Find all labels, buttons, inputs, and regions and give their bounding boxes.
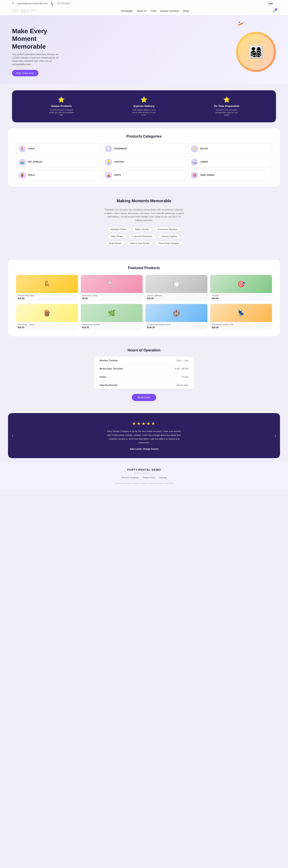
tag-backdrops[interactable]: Customized Backdrops: [129, 234, 156, 239]
hero-decoration-icon: 🏏: [237, 21, 245, 28]
product-name-4: Giant Jenga - 110cm: [17, 323, 76, 326]
category-decor[interactable]: ✨ DECOR: [188, 143, 272, 154]
book-order-button[interactable]: Book Order: [132, 394, 156, 401]
nav-about[interactable]: About Us: [137, 10, 146, 12]
hero-image: 👨‍👩‍👧‍👦: [236, 32, 276, 72]
tag-baby-shower[interactable]: Baby Shower: [108, 234, 126, 239]
product-name-6: Orange Castle Bounce House: [147, 323, 206, 326]
category-icon-tents: ⛺: [105, 172, 112, 179]
category-yard-games[interactable]: 🎯 YARD GAMES: [188, 170, 272, 181]
nav-blogs[interactable]: Blogs: [183, 10, 189, 12]
hours-day-0: Monday, Tuesday: [100, 359, 118, 362]
product-img-6: 🏰: [145, 304, 207, 322]
product-price-7: $25.00: [212, 326, 271, 329]
hero-headline: Make Every Moment Memorable: [12, 27, 68, 50]
tag-theme[interactable]: Theme Party Packages: [155, 241, 183, 246]
testimonial-prev-button[interactable]: ‹: [12, 433, 13, 438]
product-card-0[interactable]: 🪑 6 Round Wood Table $18.00: [16, 275, 78, 301]
moments-title: Making Moments Memorable: [12, 198, 276, 203]
tag-catering[interactable]: Catering Supplies: [158, 234, 180, 239]
category-label-inflatables: INFLATABLES: [28, 161, 42, 163]
category-inflatables[interactable]: 🏊 INFLATABLES: [16, 157, 100, 167]
nav-homepage[interactable]: Homepage: [121, 10, 133, 12]
product-card-7[interactable]: 💺 Oval Shaped Garden Chair $25.00: [210, 304, 272, 330]
category-icon-lighting: 💡: [105, 158, 112, 165]
product-info-1: Burnt Rose Cutlery $6.90: [81, 293, 143, 301]
tag-balloon[interactable]: Balloon Archies: [132, 227, 152, 232]
product-card-1[interactable]: 🥄 Burnt Rose Cutlery $6.90: [81, 275, 143, 301]
product-info-7: Oval Shaped Garden Chair $25.00: [210, 322, 272, 330]
product-info-6: Orange Castle Bounce House $290.00: [145, 322, 207, 330]
categories-grid: 🪑 CHAIR 🍽️ CHINAWARE ✨ DECOR 🏊 INFLATABL…: [16, 143, 272, 181]
hours-row-3: Saturday/Sunday Return Only: [94, 381, 194, 389]
footer-sub: PARTY RENTALS: [12, 472, 276, 474]
category-chair[interactable]: 🪑 CHAIR: [16, 143, 100, 154]
testimonial-author: John Lewis, Orange Events: [20, 448, 268, 450]
feature-express-title: Express Delivery: [131, 104, 157, 107]
product-card-6[interactable]: 🏰 Orange Castle Bounce House $290.00: [145, 304, 207, 330]
nav-bar: PARTY RENTAL DEMO PARTY RENTALS Homepage…: [0, 7, 288, 15]
moments-section: Making Moments Memorable Transform any o…: [0, 191, 288, 256]
moments-subtitle: Transform any occasion into something ex…: [104, 208, 184, 222]
product-info-3: Cornhole $40.00: [210, 293, 272, 301]
product-card-4[interactable]: 🪵 Giant Jenga - 110cm $30.00: [16, 304, 78, 330]
hours-row-0: Monday, Tuesday 9 am - 4 pm: [94, 356, 194, 365]
login-button[interactable]: Login: [264, 1, 276, 6]
email-text: support@partyrentalstudio.com: [17, 2, 47, 5]
category-icon-yard-games: 🎯: [191, 172, 198, 179]
hours-time-3: Return Only: [177, 384, 188, 386]
top-bar-right: Login: [264, 1, 276, 6]
category-icon-table: 🪵: [19, 172, 26, 179]
product-price-4: $30.00: [17, 326, 76, 329]
category-label-chinaware: CHINAWARE: [114, 148, 127, 150]
tag-concession[interactable]: Concession Machines: [154, 227, 181, 232]
product-name-3: Cornhole: [212, 294, 271, 297]
feature-unique-desc: Curated collection of elegant rentals yo…: [48, 109, 74, 116]
footer: PARTY RENTAL DEMO PARTY RENTALS Terms & …: [0, 462, 288, 490]
hours-day-3: Saturday/Sunday: [100, 384, 118, 386]
product-img-7: 💺: [210, 304, 272, 322]
product-info-5: Hanging Plant Baskets $24.00: [81, 322, 143, 330]
testimonial-next-button[interactable]: ›: [275, 433, 276, 438]
product-name-1: Burnt Rose Cutlery: [82, 294, 141, 297]
category-chinaware[interactable]: 🍽️ CHINAWARE: [102, 143, 186, 154]
hours-table: Monday, Tuesday 9 am - 4 pm Wednesday, T…: [94, 356, 194, 389]
footer-link-privacy[interactable]: Privacy Policy: [143, 476, 155, 479]
tag-bridal[interactable]: Bridal Shower: [106, 241, 125, 246]
category-icon-decor: ✨: [191, 145, 198, 152]
tag-kids-adult[interactable]: Kids/Adult Parties: [107, 227, 130, 232]
hero-cta-button[interactable]: Book Online Now!: [12, 70, 38, 76]
category-lighting[interactable]: 💡 LIGHTING: [102, 157, 186, 167]
category-label-tents: TENTS: [114, 174, 121, 176]
hours-section: Hours of Operation Monday, Tuesday 9 am …: [0, 340, 288, 409]
top-bar-left: ✉ support@partyrentalstudio.com 📞 737.37…: [12, 2, 70, 5]
footer-link-sitemap[interactable]: Sitemap: [159, 476, 167, 479]
features-section: ⭐ Unique Products Curated collection of …: [12, 90, 276, 122]
phone-text: 737.376.2510: [57, 2, 70, 5]
category-label-linens: LINENS: [200, 161, 208, 163]
product-card-3[interactable]: 🎯 Cornhole $40.00: [210, 275, 272, 301]
phone-icon: 📞: [51, 2, 53, 5]
product-img-5: 🌿: [81, 304, 143, 322]
cart-icon[interactable]: 🛒 0: [272, 9, 276, 13]
product-name-7: Oval Shaped Garden Chair: [212, 323, 271, 326]
hours-time-1: 9 am - NOON: [175, 367, 188, 370]
hours-row-1: Wednesday, Thursday 9 am - NOON: [94, 365, 194, 373]
footer-link-terms[interactable]: Terms & Conditions: [121, 476, 139, 479]
product-card-5[interactable]: 🌿 Hanging Plant Baskets $24.00: [81, 304, 143, 330]
tag-table-chair[interactable]: Table & Chair Rentals: [127, 241, 153, 246]
category-table[interactable]: 🪵 TABLE: [16, 170, 100, 181]
nav-browse[interactable]: Browse Inventory: [160, 10, 179, 12]
product-info-0: 6 Round Wood Table $18.00: [16, 293, 78, 301]
hours-time-2: Closed: [182, 376, 188, 378]
product-card-2[interactable]: 🍽️ Ceramic Tableware $25.00: [145, 275, 207, 301]
star-icon-2: ⭐: [131, 96, 157, 103]
hero-text: Make Every Moment Memorable Your perfect…: [12, 27, 68, 76]
nav-faqs[interactable]: FAQs: [150, 10, 156, 12]
nav-logo: PARTY RENTAL DEMO PARTY RENTALS: [12, 9, 38, 13]
category-linens[interactable]: 🛏️ LINENS: [188, 157, 272, 167]
star-icon-3: ⭐: [214, 96, 240, 103]
feature-ontime: ⭐ On Time Preparation Seamless setup and…: [214, 96, 240, 116]
tags-row-3: Bridal Shower Table & Chair Rentals Them…: [12, 241, 276, 246]
category-tents[interactable]: ⛺ TENTS: [102, 170, 186, 181]
